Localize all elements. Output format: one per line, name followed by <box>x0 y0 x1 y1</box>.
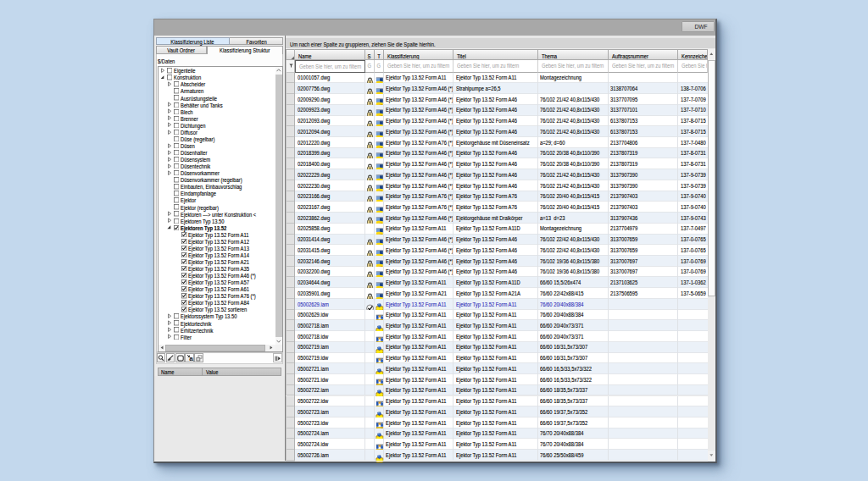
svg-text:a: a <box>189 355 193 362</box>
